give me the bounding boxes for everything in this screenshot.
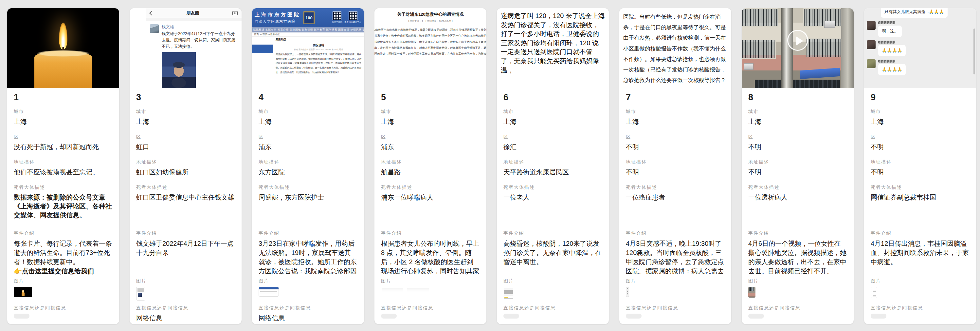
- field-value-district: 不明: [626, 142, 725, 152]
- field-label-address: 地址描述: [381, 159, 480, 165]
- card-number: 6: [503, 93, 602, 102]
- field-label-direct: 直接信息还是间接信息: [259, 305, 358, 311]
- submit-info-link[interactable]: 👉点击这里提交信息给我们: [14, 267, 113, 276]
- memorial-card-5[interactable]: 关于对浦东120急救中心的调查情况 【信息来源：】【信息时间：2022-03-3…: [374, 8, 487, 325]
- field-value-direct: [626, 313, 725, 323]
- play-button-icon: [787, 30, 808, 51]
- moments-post: 钱文雄 钱文雄于2022年4月12日下午一点十九分去世。疫情期间一切从简。家属目…: [150, 21, 242, 88]
- field-value-deceased: 浦东一位哮喘病人: [381, 193, 480, 222]
- qr-code: [348, 11, 358, 20]
- field-value-district: 没有死于新冠，却因新冠而死: [14, 142, 113, 152]
- avatar: [150, 24, 159, 33]
- card-number: 5: [381, 93, 480, 102]
- hospital-banner: 上海市东方医院 同济大学附属东方医院 100 微信二维码 患者移动服务平台: [252, 8, 364, 27]
- text-thumbnail[interactable]: [407, 287, 430, 296]
- field-value-deceased: 虹口区卫健委信息中心主任钱文雄: [136, 193, 235, 222]
- field-value-city: 上海: [259, 117, 358, 126]
- field-label-district: 区: [14, 134, 113, 140]
- field-value-deceased: 一位透析病人: [748, 193, 847, 222]
- memorial-card-7[interactable]: 医院。当时有些低烧，但是发热门诊在消杀，于是在门口的黑夜里等待了很久。可是由于有…: [619, 8, 732, 325]
- report-title: 关于对浦东120急救中心的调查情况: [374, 11, 487, 18]
- candle-thumbnail[interactable]: [14, 287, 32, 297]
- text-thumbnail[interactable]: [503, 287, 513, 299]
- section-title: 最新动态: [275, 38, 361, 42]
- field-value-city: 上海: [381, 117, 480, 126]
- field-label-address: 地址描述: [259, 159, 358, 165]
- field-value-district: 徐汇: [503, 142, 602, 152]
- field-value-city: 上海: [626, 117, 725, 126]
- candle-flame: [59, 22, 67, 50]
- field-value-city: 上海: [503, 117, 602, 126]
- field-value-event: 4月3日突感不适，晚上19:30叫了120急救。当时面临全员核酸，三甲医院门急诊…: [626, 239, 725, 277]
- field-label-image: 图片: [748, 278, 847, 284]
- card-body: 3 城市 上海 区 虹口 地址描述 虹口区妇幼保健所 死者大体描述 虹口区卫健委…: [130, 88, 242, 325]
- field-value-deceased: 一位老人: [503, 193, 602, 222]
- field-value-district: 虹口: [136, 142, 235, 152]
- empty-value-pill: [871, 313, 886, 318]
- field-label-district: 区: [259, 134, 358, 140]
- field-value-address: 他们不应该被漠视甚至忘记。: [14, 168, 113, 177]
- document-thumbnail[interactable]: [136, 287, 145, 301]
- scrollbar: [974, 29, 975, 74]
- narrow-thumbnail[interactable]: [626, 287, 629, 297]
- hospital-sidebar: [252, 37, 273, 88]
- report-document-screenshot: 关于对浦东120急救中心的调查情况 【信息来源：】【信息时间：2022-03-3…: [374, 8, 487, 88]
- field-label-image: 图片: [871, 278, 969, 284]
- card-body: 9 城市 上海 区 不明 地址描述 不明 死者大体描述 网信证券副总裁韦桂国 事…: [864, 88, 976, 325]
- field-value-address: 航昌路: [381, 168, 480, 177]
- field-value-deceased: 一位癌症患者: [626, 193, 725, 222]
- redacted-name: [878, 60, 895, 62]
- field-label-image: 图片: [136, 278, 235, 284]
- weibo-text-screenshot: 迷病危了叫 120，120 来了说全上海发热门诊都关了，没有医院接收，打了一个多…: [497, 8, 609, 88]
- memorial-card-9[interactable]: 只有其女儿眼见其病逝...🙏🙏🙏 啊，这。 🙏🙏🙏🙏: [864, 8, 977, 325]
- image-thumbnails: [136, 287, 235, 305]
- field-label-address: 地址描述: [871, 159, 969, 165]
- anniversary-emblem: 100: [303, 11, 315, 24]
- moments-header: 朋友圈: [146, 8, 242, 18]
- field-value-direct: 网络信息: [136, 313, 235, 323]
- photo-thumbnail[interactable]: [748, 287, 756, 297]
- avatar: [867, 59, 876, 68]
- field-label-image: 图片: [381, 278, 480, 284]
- field-label-deceased: 死者大体描述: [14, 184, 113, 190]
- field-label-district: 区: [381, 134, 480, 140]
- field-value-event: 每张卡片、每行记录，代表着一条逝去的鲜活生命。目前有73+位死者！数据持续更新中…: [14, 239, 113, 277]
- announcement-body: 周盛妮为我院护士，一直在院内从事护理相关工作。3月23日在家中哮喘发作，用药后无…: [275, 52, 361, 74]
- webpage-thumbnail[interactable]: [259, 287, 279, 297]
- field-value-district: 浦东: [259, 142, 358, 152]
- field-value-city: 上海: [136, 117, 235, 126]
- field-label-image: 图片: [626, 278, 725, 284]
- card-body: 8 城市 上海 区 不明 地址描述 不明 死者大体描述 一位透析病人 事件介绍 …: [742, 88, 854, 325]
- memorial-card-4[interactable]: 上海市东方医院 同济大学附属东方医院 100 微信二维码 患者移动服务平台 医院…: [252, 8, 364, 325]
- hospital-nav: 医院概况 名医名家 科室介绍 党建园地 医政管理 医学教育 医学研究 国际交流 …: [252, 27, 364, 32]
- hospital-website-screenshot: 上海市东方医院 同济大学附属东方医院 100 微信二维码 患者移动服务平台 医院…: [252, 8, 364, 88]
- text-thumbnail[interactable]: [381, 287, 404, 296]
- field-label-event: 事件介绍: [259, 230, 358, 236]
- field-value-event: 4月6日的一个视频，一位女性在撕心裂肺地哭泣。据视频描述，她的亲人要做透析，出不…: [748, 239, 847, 277]
- field-label-direct: 直接信息还是间接信息: [871, 305, 969, 311]
- field-label-address: 地址描述: [503, 159, 602, 165]
- memorial-card-6[interactable]: 迷病危了叫 120，120 来了说全上海发热门诊都关了，没有医院接收，打了一个多…: [496, 8, 609, 325]
- field-label-district: 区: [626, 134, 725, 140]
- moments-title: 朋友圈: [153, 10, 232, 16]
- memorial-card-3[interactable]: 朋友圈 钱文雄 钱文雄于2022年4月12日下午一点十九分去世。疫情期间一切从简…: [129, 8, 242, 325]
- field-value-direct: [748, 313, 847, 323]
- field-value-direct: [871, 313, 969, 323]
- chat-bubble: 只有其女儿眼见其病逝...🙏🙏🙏: [881, 8, 948, 18]
- chat-bubble: 啊，这。: [878, 26, 902, 37]
- card-number: 9: [871, 93, 969, 102]
- field-label-address: 地址描述: [14, 159, 113, 165]
- chat-bubble: 🙏🙏🙏🙏: [878, 64, 906, 75]
- memorial-card-1[interactable]: 1 城市 上海 区 没有死于新冠，却因新冠而死 地址描述 他们不应该被漠视甚至忘…: [7, 8, 119, 325]
- document-thumbnail[interactable]: [871, 287, 877, 298]
- field-label-event: 事件介绍: [871, 230, 969, 236]
- field-value-district: 不明: [871, 142, 969, 152]
- post-photo: [162, 52, 196, 88]
- field-value-district: 不明: [748, 142, 847, 152]
- field-value-address: 不明: [748, 168, 847, 177]
- memorial-card-8[interactable]: 8 城市 上海 区 不明 地址描述 不明 死者大体描述 一位透析病人 事件介绍 …: [741, 8, 854, 325]
- redacted-name: [878, 41, 895, 43]
- field-label-address: 地址描述: [136, 159, 235, 165]
- field-value-event: 根据患者女儿公布的时间线，早上 8 点，其父哮喘发作、晕倒。随后，小区 2 名做…: [381, 239, 480, 277]
- building-video-still: [742, 8, 854, 88]
